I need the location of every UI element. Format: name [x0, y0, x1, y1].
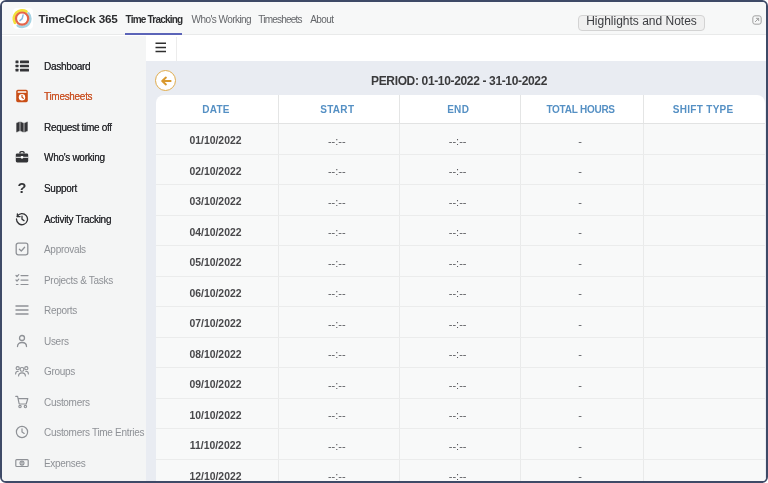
svg-text:?: ?	[18, 181, 27, 195]
